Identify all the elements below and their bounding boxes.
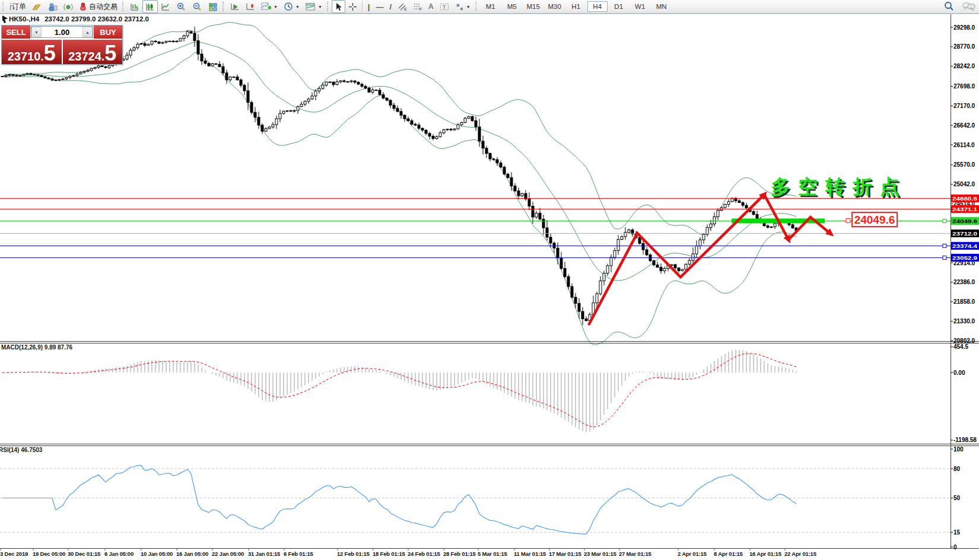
template-icon <box>306 2 316 11</box>
bar-chart-icon[interactable] <box>127 0 142 13</box>
svg-text:F: F <box>419 7 422 11</box>
timeframe-button-m5[interactable]: M5 <box>502 1 522 12</box>
vertical-line-tool[interactable]: | <box>365 0 373 13</box>
volume-stepper[interactable]: ▼ 1.00 ▲ <box>31 26 93 38</box>
signal-icon[interactable] <box>61 0 76 13</box>
text-label-tool[interactable]: T <box>437 0 452 13</box>
price-tick-label: 25570.0 <box>953 161 975 168</box>
price-tick-label: 25042.0 <box>953 181 975 187</box>
channel-tool[interactable]: E <box>395 0 410 13</box>
rsi-pane-label: RSI(14) 46.7503 <box>0 447 42 453</box>
bollinger-bands <box>2 23 796 345</box>
time-axis-label: 16 Jan 05:00 <box>176 551 208 557</box>
annotations-layer[interactable]: 多空转折点多空转折点24049.6 <box>2 15 909 325</box>
crosshair-tool-button[interactable] <box>345 0 360 13</box>
chevron-down-icon: ▼ <box>318 5 322 9</box>
indicator-list-icon[interactable] <box>243 0 258 13</box>
search-icon[interactable] <box>944 1 954 11</box>
indicator-window-icon[interactable] <box>227 0 243 13</box>
rsi-tick-label: 80 <box>953 466 961 472</box>
price-tick-label: 22386.0 <box>953 279 975 285</box>
add-indicator-icon <box>261 2 271 11</box>
time-axis-label: 17 Mar 01:15 <box>549 551 581 557</box>
panel-collapse-pointer[interactable] <box>2 15 8 23</box>
trendline-tool[interactable]: / <box>386 0 395 13</box>
callout-handle[interactable] <box>846 218 850 222</box>
text-tool[interactable]: A <box>425 0 437 13</box>
channel-icon: E <box>398 2 407 11</box>
price-tick-label: 20802.0 <box>953 338 975 344</box>
chat-icon[interactable] <box>962 2 975 11</box>
horizontal-lines-layer[interactable] <box>0 198 951 259</box>
svg-text:24660.5: 24660.5 <box>952 195 978 202</box>
price-tick-label: 26642.0 <box>953 122 975 129</box>
timeframe-group: M1M5M15M30H1H4D1W1MN <box>480 1 672 12</box>
new-order-button[interactable]: 新订单 <box>7 1 29 12</box>
trend-zigzag-arrow[interactable] <box>589 195 831 325</box>
zoom-in-icon[interactable] <box>173 0 189 13</box>
price-tick-label: 29298.0 <box>953 24 975 31</box>
turning-point-annotation[interactable]: 多空转折点 <box>771 176 907 198</box>
price-tick-label: 27170.0 <box>953 103 975 109</box>
time-axis-label: 11 Mar 01:15 <box>514 551 546 557</box>
timeframe-button-h4[interactable]: H4 <box>587 1 608 12</box>
buy-button[interactable]: BUY <box>94 26 122 39</box>
indicator-panes <box>2 349 796 534</box>
svg-text:24049.6: 24049.6 <box>952 218 977 224</box>
fibonacci-tool[interactable]: F <box>410 0 425 13</box>
tile-windows-icon[interactable] <box>205 0 221 13</box>
macd-tick-label: 0.00 <box>953 370 965 376</box>
timeframe-button-mn[interactable]: MN <box>651 1 672 12</box>
add-indicator-button[interactable]: ▼ <box>258 0 281 13</box>
time-axis-label: 2 Apr 01:15 <box>678 551 707 557</box>
chevron-down-icon: ▼ <box>274 5 278 9</box>
arrows-tool[interactable]: ▼ <box>452 0 473 13</box>
rsi-tick-label: 50 <box>953 495 961 501</box>
rsi-tick-label: 15 <box>953 529 961 536</box>
chevron-down-icon: ▼ <box>466 5 471 9</box>
timeframe-button-w1[interactable]: W1 <box>630 1 650 12</box>
autotrading-button[interactable]: 自动交易 <box>76 1 120 12</box>
period-button[interactable]: ▼ <box>281 0 303 13</box>
timeframe-button-m1[interactable]: M1 <box>481 1 501 12</box>
timeframe-button-d1[interactable]: D1 <box>609 1 629 12</box>
time-axis-label: 12 Feb 01:15 <box>337 551 370 557</box>
autotrading-label: 自动交易 <box>89 2 117 12</box>
price-tick-label: 28242.0 <box>953 63 975 69</box>
buy-price[interactable]: 23724.5 <box>63 40 123 64</box>
line-handle[interactable] <box>943 244 946 247</box>
cursor-icon <box>335 2 342 11</box>
time-axis-label: 19 Dec 05:00 <box>33 551 65 557</box>
macd-pane-label: MACD(12,26,9) 9.89 87.76 <box>1 344 72 351</box>
timeframe-button-m30[interactable]: M30 <box>545 1 565 12</box>
chart-canvas[interactable]: 多空转折点多空转折点24049.629298.028770.028242.027… <box>0 0 979 560</box>
gold-ingot-icon[interactable] <box>29 0 45 13</box>
zoom-out-icon[interactable] <box>189 0 205 13</box>
sell-button[interactable]: SELL <box>2 26 30 39</box>
macd-tick-label: -1198.58 <box>953 437 977 443</box>
time-axis-label: 23 Mar 01:15 <box>584 551 616 557</box>
horizontal-line-tool[interactable]: — <box>373 0 386 13</box>
toolbar-grip[interactable] <box>2 2 5 11</box>
expert-advisor-icon[interactable] <box>45 0 61 13</box>
time-axis-label: 27 Mar 01:15 <box>619 551 651 557</box>
line-chart-icon[interactable] <box>158 0 173 13</box>
volume-value: 1.00 <box>42 27 82 37</box>
price-tick-label: 21858.0 <box>953 298 975 305</box>
timeframe-button-h1[interactable]: H1 <box>566 1 586 12</box>
time-axis-label: 6 Feb 01:15 <box>284 551 313 557</box>
cursor-tool-button[interactable] <box>332 0 345 13</box>
rsi-line <box>2 465 796 534</box>
template-button[interactable]: ▼ <box>303 0 325 13</box>
volume-increase-button[interactable]: ▲ <box>82 27 93 37</box>
candlestick-chart-icon[interactable] <box>142 0 158 13</box>
line-handle[interactable] <box>943 219 946 222</box>
sell-price[interactable]: 23710.5 <box>2 40 63 64</box>
timeframe-button-m15[interactable]: M15 <box>523 1 543 12</box>
line-handle[interactable] <box>943 256 946 259</box>
volume-decrease-button[interactable]: ▼ <box>31 27 42 37</box>
svg-text:24371.1: 24371.1 <box>952 206 978 212</box>
time-axis-label: 10 Jan 05:00 <box>141 551 173 557</box>
rsi-tick-label: 0 <box>953 544 957 551</box>
time-axis-label: 18 Feb 01:15 <box>373 551 405 557</box>
